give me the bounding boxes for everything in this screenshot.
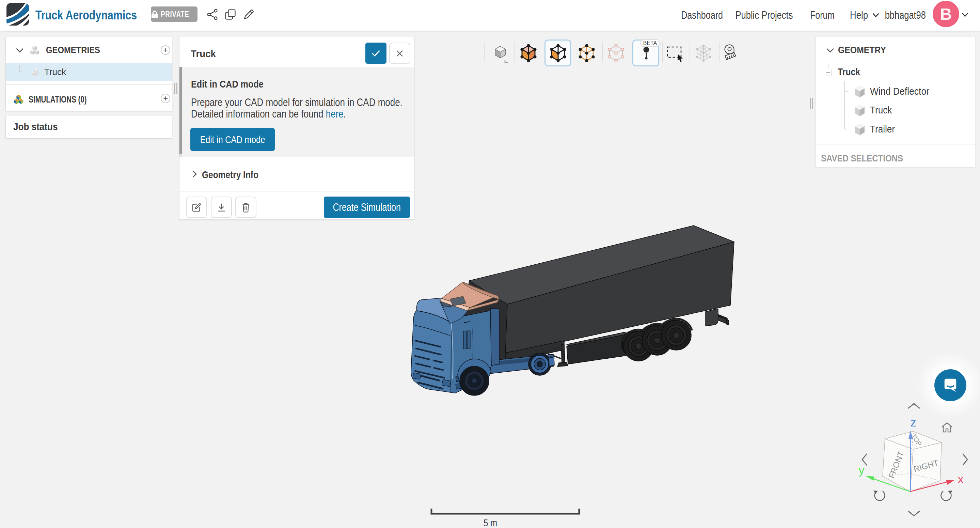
svg-text:y: y <box>859 464 865 477</box>
svg-text:z: z <box>910 416 916 429</box>
svg-text:x: x <box>958 472 964 485</box>
